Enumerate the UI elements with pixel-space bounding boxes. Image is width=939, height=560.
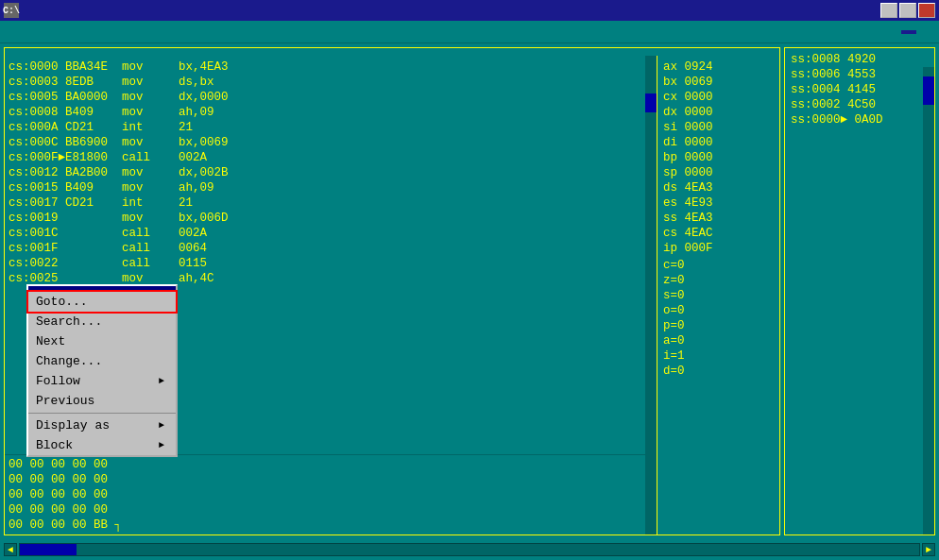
ctx-item-label: Follow [36,374,80,388]
context-menu-item[interactable]: Previous [28,391,176,411]
menu-equals[interactable] [4,30,19,34]
code-operand: 0064 [179,241,207,256]
code-addr: cs:0000 BBA34E [9,59,122,75]
stack-line: ss:0006 4553 [791,67,929,82]
register-line: cx 0000 [663,90,774,105]
ctx-item-label: Next [36,334,65,348]
menu-window[interactable] [113,30,128,34]
maximize-button[interactable] [899,3,916,18]
flag-item: s=0 [663,288,774,303]
ctx-item-label: Goto... [36,295,88,309]
flag-item: d=0 [663,364,774,379]
code-operand: 21 [179,120,193,135]
context-menu-item[interactable]: Goto... [28,292,176,312]
mem-line: 00 00 00 00 00 [9,502,643,518]
register-line: es 4E93 [663,195,774,211]
title-bar: C:\ [0,0,939,21]
context-menu-item[interactable]: Search... [28,312,176,331]
submenu-arrow-icon: ► [159,440,164,450]
code-addr: cs:001C [9,226,122,241]
mem-line: 00 00 00 00 BB ┐ [9,518,643,533]
register-line: bx 0069 [663,75,774,90]
menu-arrow[interactable] [920,30,935,34]
code-line[interactable]: cs:001Ccall002A [9,226,643,241]
stack-line: ss:0002 4C50 [791,97,929,112]
scroll-left-arrow[interactable]: ◄ [4,543,17,556]
code-line[interactable]: cs:0019movbx,006D [9,211,643,226]
code-line[interactable]: cs:0003 8EDBmovds,bx [9,75,643,90]
code-addr: cs:0008 B409 [9,105,122,120]
code-instr: mov [122,90,179,105]
code-instr: int [122,195,179,211]
code-line[interactable]: cs:0012 BA2B00movdx,002B [9,165,643,180]
code-operand: bx,4EA3 [179,59,229,75]
context-menu-item[interactable]: Block► [28,435,176,455]
minimize-button[interactable] [880,3,897,18]
code-line[interactable]: cs:0017 CD21int21 [9,195,643,211]
code-addr: cs:000A CD21 [9,120,122,135]
code-operand: ah,4C [179,271,214,286]
code-operand: 002A [179,226,207,241]
stack-line: ss:0004 4145 [791,82,929,97]
code-line[interactable]: cs:000A CD21int21 [9,120,643,135]
code-line[interactable]: cs:0000 BBA34Emovbx,4EA3 [9,59,643,75]
context-menu-item[interactable]: Follow► [28,371,176,391]
bottom-bar: ◄ ► [0,539,939,560]
context-menu-item[interactable]: Display as► [28,416,176,435]
horizontal-scrollbar[interactable] [19,543,920,556]
code-operand: ah,09 [179,105,214,120]
menu-help[interactable] [128,30,144,34]
scroll-thumb[interactable] [645,93,657,112]
flag-item: a=0 [663,333,774,348]
mem-line: 00 00 00 00 00 [9,457,643,472]
register-line: ip 000F [663,241,774,256]
h-scroll-thumb[interactable] [20,544,77,555]
code-addr: cs:0019 [9,211,122,226]
context-menu: Goto...Search...NextChange...Follow►Prev… [26,284,178,457]
stack-line: ss:0008 4920 [791,52,929,67]
code-operand: 002A [179,150,207,165]
code-instr: mov [122,165,179,180]
stack-line: ss:0000► 0A0D [791,112,929,127]
code-instr: mov [122,105,179,120]
ctx-item-label: Change... [36,354,102,368]
code-instr: mov [122,59,179,75]
code-instr: mov [122,135,179,150]
code-line[interactable]: cs:0015 B409movah,09 [9,180,643,195]
code-addr: cs:0022 [9,256,122,271]
context-menu-item[interactable]: Change... [28,351,176,371]
ctx-item-label: Previous [36,394,94,408]
vertical-scrollbar[interactable] [645,56,657,535]
code-line[interactable]: cs:000F►E81800call002A [9,150,643,165]
menu-label[interactable] [901,30,916,34]
code-addr: cs:0017 CD21 [9,195,122,211]
register-line: bp 0000 [663,150,774,165]
scroll-right-arrow[interactable]: ► [922,543,935,556]
code-instr: mov [122,211,179,226]
code-instr: call [122,241,179,256]
menu-view[interactable] [38,30,53,34]
code-line[interactable]: cs:0005 BA0000movdx,0000 [9,90,643,105]
menu-file[interactable] [23,30,38,34]
code-instr: call [122,150,179,165]
code-line[interactable]: cs:000C BB6900movbx,0069 [9,135,643,150]
code-instr: mov [122,180,179,195]
menu-run[interactable] [53,30,68,34]
context-menu-item[interactable]: Next [28,331,176,351]
code-line[interactable]: cs:0008 B409movah,09 [9,105,643,120]
menu-breakpoints[interactable] [68,30,83,34]
code-addr: cs:0012 BA2B00 [9,165,122,180]
register-line: cs 4EAC [663,226,774,241]
mem-line: 00 00 00 00 00 [9,472,643,487]
code-addr: cs:000C BB6900 [9,135,122,150]
menu-data[interactable] [83,30,98,34]
close-button[interactable] [918,3,935,18]
code-addr: cs:0005 BA0000 [9,90,122,105]
code-line[interactable]: cs:001Fcall0064 [9,241,643,256]
code-line[interactable]: cs:0022call0115 [9,256,643,271]
stack-scrollbar[interactable] [923,67,934,535]
stack-scroll-thumb[interactable] [923,76,934,105]
code-operand: ah,09 [179,180,214,195]
ctx-item-label: Block [36,438,73,452]
menu-options[interactable] [98,30,113,34]
